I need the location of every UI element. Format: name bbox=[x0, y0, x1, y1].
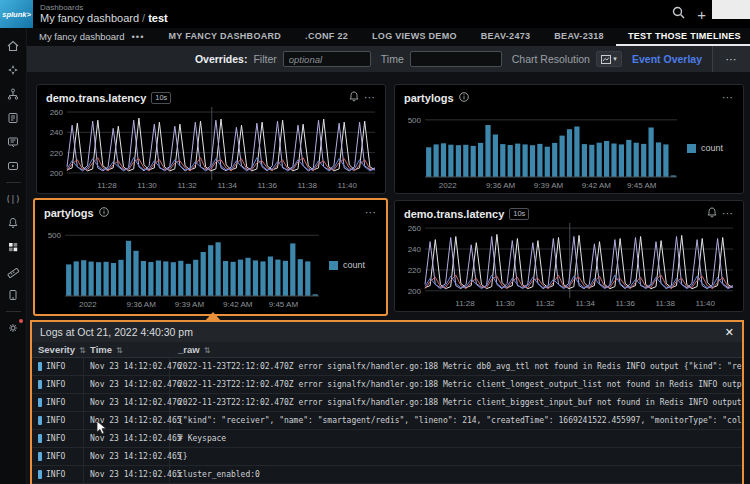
sidebar-item-ruler[interactable] bbox=[0, 259, 27, 283]
chart-more-icon[interactable]: ⋯ bbox=[365, 206, 377, 219]
legend-swatch bbox=[329, 261, 338, 270]
left-sidebar: (|) bbox=[0, 28, 27, 484]
app-screen: splunk> Dashboards My fancy dashboard/te… bbox=[0, 0, 750, 484]
close-icon[interactable]: ✕ bbox=[725, 326, 734, 339]
svg-text:220: 220 bbox=[50, 149, 64, 158]
severity-pill-icon bbox=[38, 362, 42, 371]
sidebar-item-apps-grid[interactable] bbox=[0, 235, 27, 259]
partylogs-bar-chart[interactable]: 50020229:36 AM9:39 AM9:42 AM9:45 AM bbox=[399, 105, 681, 191]
bell-icon[interactable] bbox=[707, 207, 717, 220]
search-icon[interactable] bbox=[672, 5, 685, 23]
log-raw: cluster_enabled:0 bbox=[170, 470, 742, 479]
sidebar-item-settings[interactable] bbox=[0, 316, 27, 340]
chart-title: demo.trans.latency bbox=[46, 92, 146, 104]
tab--conf-22[interactable]: .CONF 22 bbox=[293, 28, 360, 46]
svg-text:11:30: 11:30 bbox=[137, 181, 157, 190]
sidebar-item-dashboards[interactable] bbox=[0, 130, 27, 154]
filter-input[interactable] bbox=[283, 51, 371, 67]
svg-text:11:34: 11:34 bbox=[575, 299, 595, 308]
svg-text:260: 260 bbox=[408, 224, 422, 233]
log-time: Nov 23 14:12:02.465 bbox=[84, 448, 170, 465]
notification-dot bbox=[19, 319, 23, 323]
latency-line-chart[interactable]: 20022024026011:2811:3011:3211:3411:3611:… bbox=[41, 105, 383, 191]
svg-text:2022: 2022 bbox=[79, 300, 97, 309]
log-row[interactable]: INFONov 23 14:12:02.465{} bbox=[32, 448, 742, 466]
chart-resolution-label: Chart Resolution bbox=[512, 53, 590, 65]
log-severity: INFO bbox=[32, 394, 84, 411]
sidebar-item-log-observer[interactable] bbox=[0, 106, 27, 130]
severity-pill-icon bbox=[38, 416, 42, 425]
page-title: My fancy dashboard/test bbox=[40, 12, 168, 24]
splunk-logo[interactable]: splunk> bbox=[0, 0, 33, 28]
chart-more-icon[interactable]: ⋯ bbox=[722, 91, 734, 104]
log-row[interactable]: INFONov 23 14:12:02.465# Keyspace bbox=[32, 430, 742, 448]
tab-group-menu-icon[interactable]: ••• bbox=[132, 31, 145, 42]
log-row[interactable]: INFONov 23 14:12:02.4762022-11-23T22:12:… bbox=[32, 394, 742, 412]
sort-icon[interactable]: ⇅ bbox=[116, 346, 123, 355]
alerts-icon bbox=[6, 216, 20, 230]
svg-text:240: 240 bbox=[408, 245, 422, 254]
logs-table-header: Severity⇅ Time⇅ _raw⇅ bbox=[32, 342, 742, 358]
tab-my-fancy-dashboard[interactable]: MY FANCY DASHBOARD bbox=[157, 28, 294, 46]
column-header-time[interactable]: Time⇅ bbox=[84, 344, 170, 355]
svg-text:11:34: 11:34 bbox=[217, 181, 237, 190]
column-header-severity[interactable]: Severity⇅ bbox=[32, 344, 84, 355]
svg-text:11:36: 11:36 bbox=[257, 181, 277, 190]
apm-icon bbox=[6, 63, 20, 77]
log-row[interactable]: INFONov 23 14:12:02.465cluster_enabled:0 bbox=[32, 466, 742, 484]
log-row[interactable]: INFONov 23 14:12:02.465{"kind": "receive… bbox=[32, 412, 742, 430]
partylogs-bar-chart[interactable]: 50020229:36 AM9:39 AM9:42 AM9:45 AM bbox=[39, 220, 323, 310]
log-severity: INFO bbox=[32, 466, 84, 483]
tab-dashboard-group[interactable]: My fancy dashboard ••• bbox=[27, 28, 157, 46]
svg-text:220: 220 bbox=[408, 266, 422, 275]
sort-icon[interactable]: ⇅ bbox=[204, 346, 211, 355]
sidebar-item-mobile[interactable] bbox=[0, 283, 27, 307]
logs-panel-title: Logs at Oct 21, 2022 4:40:30 pm bbox=[40, 326, 193, 338]
column-header-raw[interactable]: _raw⇅ bbox=[170, 344, 742, 355]
latency-line-chart[interactable]: 20022024026011:2811:3011:3211:3411:3611:… bbox=[399, 221, 741, 309]
log-severity: INFO bbox=[32, 448, 84, 465]
log-row[interactable]: INFONov 23 14:12:02.4762022-11-23T22:12:… bbox=[32, 376, 742, 394]
time-input[interactable] bbox=[410, 51, 502, 67]
tab-beav-2318[interactable]: BEAV-2318 bbox=[542, 28, 616, 46]
svg-text:9:39 AM: 9:39 AM bbox=[534, 181, 564, 190]
sidebar-item-apm[interactable] bbox=[0, 58, 27, 82]
info-icon[interactable] bbox=[459, 92, 469, 104]
log-raw: {"kind": "receiver", "name": "smartagent… bbox=[170, 416, 742, 425]
log-time: Nov 23 14:12:02.476 bbox=[84, 394, 170, 411]
sidebar-item-home[interactable] bbox=[0, 34, 27, 58]
svg-text:11:32: 11:32 bbox=[535, 299, 555, 308]
tab-beav-2473[interactable]: BEAV-2473 bbox=[469, 28, 543, 46]
chart-title: partylogs bbox=[404, 92, 454, 104]
log-severity: INFO bbox=[32, 412, 84, 429]
severity-pill-icon bbox=[38, 434, 42, 443]
severity-pill-icon bbox=[38, 452, 42, 461]
svg-text:11:38: 11:38 bbox=[656, 299, 676, 308]
chart-legend[interactable]: count bbox=[687, 143, 723, 153]
tab-log-views-demo[interactable]: LOG VIEWS DEMO bbox=[360, 28, 469, 46]
chart-title: demo.trans.latency bbox=[404, 208, 504, 220]
bell-icon[interactable] bbox=[349, 91, 359, 104]
sidebar-item-infrastructure[interactable] bbox=[0, 82, 27, 106]
overrides-more-button[interactable]: ⋯ bbox=[712, 46, 750, 72]
logs-panel-callout-arrow bbox=[204, 312, 222, 322]
tab-group-label: My fancy dashboard bbox=[39, 31, 125, 42]
log-row[interactable]: INFONov 23 14:12:02.4762022-11-23T22:12:… bbox=[32, 358, 742, 376]
info-icon[interactable] bbox=[99, 207, 109, 219]
svg-text:(|): (|) bbox=[6, 195, 20, 204]
sidebar-divider bbox=[6, 182, 21, 183]
create-plus-icon[interactable]: + bbox=[697, 7, 706, 22]
svg-text:11:40: 11:40 bbox=[338, 181, 358, 190]
svg-text:2022: 2022 bbox=[439, 181, 457, 190]
event-overlay-button[interactable]: Event Overlay bbox=[632, 53, 702, 65]
sidebar-item-code[interactable]: (|) bbox=[0, 187, 27, 211]
sidebar-item-alerts[interactable] bbox=[0, 211, 27, 235]
chart-more-icon[interactable]: ⋯ bbox=[364, 91, 376, 104]
tab-test-those-timelines[interactable]: TEST THOSE TIMELINES bbox=[616, 28, 750, 46]
mobile-icon bbox=[6, 288, 20, 302]
sidebar-item-incidents[interactable] bbox=[0, 154, 27, 178]
chart-resolution-dropdown[interactable]: ▾ bbox=[596, 51, 622, 67]
severity-pill-icon bbox=[38, 380, 42, 389]
chart-legend[interactable]: count bbox=[329, 260, 365, 270]
chart-more-icon[interactable]: ⋯ bbox=[722, 207, 734, 220]
